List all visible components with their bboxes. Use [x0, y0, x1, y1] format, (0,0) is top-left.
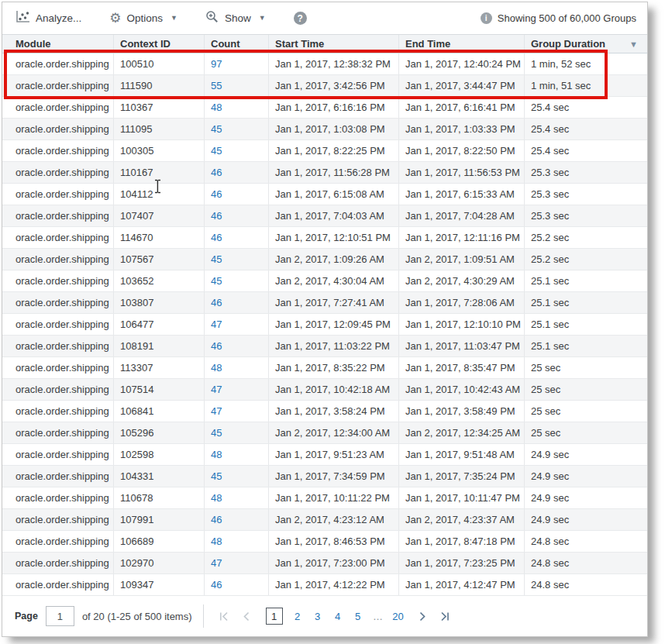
- cell-start-time: Jan 2, 2017, 12:34:00 AM: [269, 422, 399, 443]
- page-number-1[interactable]: 1: [266, 608, 283, 625]
- table-row[interactable]: oracle.order.shipping11467046Jan 1, 2017…: [2, 227, 647, 249]
- page-number-20[interactable]: 20: [391, 608, 406, 625]
- page-input[interactable]: [46, 606, 74, 626]
- cell-count: 46: [205, 184, 269, 205]
- table-row[interactable]: oracle.order.shipping11016746Jan 1, 2017…: [2, 162, 647, 184]
- count-link[interactable]: 45: [211, 470, 222, 482]
- info-icon: i: [481, 12, 492, 24]
- column-header-module[interactable]: Module: [2, 35, 114, 53]
- cell-end-time: Jan 1, 2017, 1:03:33 PM: [399, 119, 525, 139]
- count-link[interactable]: 55: [211, 80, 222, 91]
- cell-end-time: Jan 1, 2017, 12:40:24 PM: [399, 53, 525, 74]
- count-link[interactable]: 45: [211, 427, 222, 439]
- count-link[interactable]: 97: [211, 58, 222, 70]
- count-link[interactable]: 45: [211, 123, 222, 135]
- count-link[interactable]: 46: [211, 167, 222, 178]
- cell-context-id: 110367: [114, 97, 205, 118]
- show-button[interactable]: Show ▼: [205, 10, 266, 26]
- count-link[interactable]: 48: [211, 449, 222, 460]
- count-link[interactable]: 47: [211, 319, 222, 330]
- page-number-3[interactable]: 3: [310, 608, 326, 625]
- help-icon[interactable]: ?: [294, 12, 307, 25]
- table-row[interactable]: oracle.order.shipping11036748Jan 1, 2017…: [2, 97, 647, 119]
- table-row[interactable]: oracle.order.shipping11330748Jan 1, 2017…: [2, 357, 647, 379]
- page-number-2[interactable]: 2: [290, 608, 305, 625]
- last-page-button[interactable]: [435, 606, 455, 626]
- next-page-button[interactable]: [412, 606, 432, 626]
- column-header-context-id[interactable]: Context ID: [114, 35, 205, 53]
- column-header-end-time[interactable]: End Time: [399, 35, 525, 53]
- cell-count: 45: [205, 422, 269, 443]
- cell-count: 48: [205, 444, 269, 465]
- column-header-count[interactable]: Count: [205, 35, 269, 53]
- cell-module: oracle.order.shipping: [2, 75, 114, 96]
- cell-context-id: 104331: [114, 466, 205, 487]
- count-link[interactable]: 47: [211, 405, 222, 417]
- count-link[interactable]: 45: [211, 275, 222, 287]
- cell-module: oracle.order.shipping: [2, 466, 114, 487]
- count-link[interactable]: 46: [211, 210, 222, 222]
- cell-start-time: Jan 1, 2017, 11:56:28 PM: [269, 162, 399, 183]
- cell-end-time: Jan 2, 2017, 1:09:51 AM: [399, 249, 525, 270]
- count-link[interactable]: 48: [211, 492, 222, 504]
- count-link[interactable]: 47: [211, 557, 222, 569]
- cell-context-id: 109347: [114, 574, 205, 595]
- first-page-button[interactable]: [215, 606, 235, 626]
- table-row[interactable]: oracle.order.shipping10051097Jan 1, 2017…: [2, 53, 647, 75]
- cell-count: 46: [205, 336, 269, 356]
- cell-duration: 24.9 sec: [525, 487, 647, 508]
- table-row[interactable]: oracle.order.shipping10259848Jan 1, 2017…: [2, 444, 647, 466]
- table-row[interactable]: oracle.order.shipping10030545Jan 1, 2017…: [2, 140, 647, 162]
- cell-count: 55: [205, 75, 269, 96]
- cell-count: 46: [205, 162, 269, 183]
- count-link[interactable]: 48: [211, 362, 222, 374]
- analyze-button[interactable]: Analyze...: [15, 10, 81, 26]
- table-row[interactable]: oracle.order.shipping10740746Jan 1, 2017…: [2, 205, 647, 227]
- count-link[interactable]: 46: [211, 514, 222, 525]
- count-link[interactable]: 46: [211, 188, 222, 200]
- count-link[interactable]: 46: [211, 297, 222, 308]
- cell-count: 45: [205, 140, 269, 161]
- count-link[interactable]: 45: [211, 145, 222, 157]
- cell-module: oracle.order.shipping: [2, 487, 114, 508]
- table-row[interactable]: oracle.order.shipping10751447Jan 1, 2017…: [2, 379, 647, 401]
- table-row[interactable]: oracle.order.shipping10529645Jan 2, 2017…: [2, 422, 647, 444]
- count-link[interactable]: 48: [211, 102, 222, 113]
- cell-module: oracle.order.shipping: [2, 509, 114, 530]
- count-link[interactable]: 47: [211, 384, 222, 395]
- cell-duration: 25 sec: [525, 422, 647, 443]
- count-link[interactable]: 45: [211, 253, 222, 265]
- cell-module: oracle.order.shipping: [2, 53, 114, 74]
- cell-count: 48: [205, 357, 269, 378]
- table-row[interactable]: oracle.order.shipping10819146Jan 1, 2017…: [2, 336, 647, 357]
- cell-start-time: Jan 1, 2017, 1:03:08 PM: [269, 119, 399, 139]
- page-number-5[interactable]: 5: [350, 608, 366, 625]
- table-row[interactable]: oracle.order.shipping10799146Jan 2, 2017…: [2, 509, 647, 531]
- table-row[interactable]: oracle.order.shipping11067848Jan 1, 2017…: [2, 487, 647, 509]
- cell-context-id: 104112: [114, 184, 205, 205]
- count-link[interactable]: 46: [211, 340, 222, 352]
- count-link[interactable]: 46: [211, 232, 222, 243]
- count-link[interactable]: 48: [211, 536, 222, 547]
- table-row[interactable]: oracle.order.shipping11109545Jan 1, 2017…: [2, 119, 647, 140]
- table-row[interactable]: oracle.order.shipping10365245Jan 2, 2017…: [2, 270, 647, 292]
- table-row[interactable]: oracle.order.shipping10380746Jan 1, 2017…: [2, 292, 647, 314]
- table-row[interactable]: oracle.order.shipping10756745Jan 2, 2017…: [2, 249, 647, 270]
- table-row[interactable]: oracle.order.shipping10433145Jan 1, 2017…: [2, 466, 647, 487]
- table-row[interactable]: oracle.order.shipping10411246Jan 1, 2017…: [2, 184, 647, 205]
- previous-page-button[interactable]: [237, 606, 257, 626]
- table-row[interactable]: oracle.order.shipping11159055Jan 1, 2017…: [2, 75, 647, 97]
- table-row[interactable]: oracle.order.shipping10647747Jan 1, 2017…: [2, 314, 647, 336]
- cell-start-time: Jan 1, 2017, 10:11:22 PM: [269, 487, 399, 508]
- table-row[interactable]: oracle.order.shipping10684147Jan 1, 2017…: [2, 401, 647, 422]
- count-link[interactable]: 46: [211, 579, 222, 591]
- cell-end-time: Jan 1, 2017, 3:44:47 PM: [399, 75, 525, 96]
- cell-start-time: Jan 2, 2017, 4:23:12 AM: [269, 509, 399, 530]
- table-row[interactable]: oracle.order.shipping10934746Jan 1, 2017…: [2, 574, 647, 596]
- cell-duration: 25.4 sec: [525, 97, 647, 118]
- options-button[interactable]: ⚙ Options ▼: [109, 12, 177, 25]
- column-header-start-time[interactable]: Start Time: [269, 35, 399, 53]
- table-row[interactable]: oracle.order.shipping10297047Jan 1, 2017…: [2, 553, 647, 574]
- table-row[interactable]: oracle.order.shipping10668948Jan 1, 2017…: [2, 531, 647, 553]
- page-number-4[interactable]: 4: [330, 608, 346, 625]
